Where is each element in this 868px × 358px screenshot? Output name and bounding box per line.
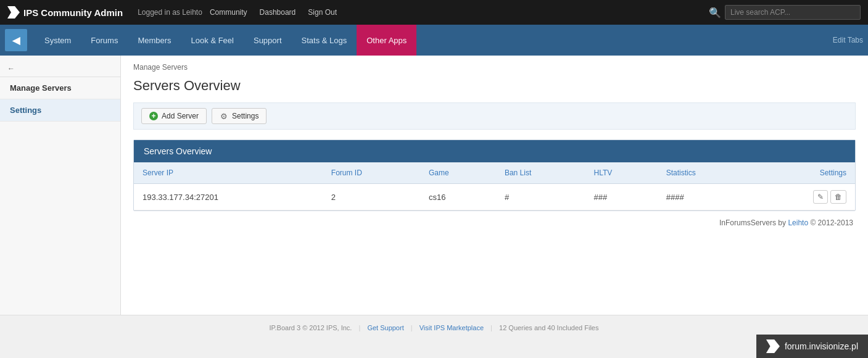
settings-button[interactable]: ⚙ Settings <box>212 108 267 124</box>
col-server-ip: Server IP <box>134 162 323 184</box>
sep3: | <box>490 324 492 331</box>
search-input[interactable] <box>725 5 861 20</box>
add-icon: + <box>149 112 158 120</box>
search-icon-button[interactable]: 🔍 <box>709 7 721 19</box>
queries-text: 12 Queries and 40 Included Files <box>499 324 598 331</box>
col-statistics: Statistics <box>658 162 753 184</box>
edit-tabs-link[interactable]: Edit Tabs <box>833 36 863 44</box>
footer-note: InForumsServers by Leihto © 2012-2013 <box>133 219 856 227</box>
main-layout: ← Manage Servers Settings Manage Servers… <box>0 56 868 315</box>
nav-support[interactable]: Support <box>244 25 292 56</box>
cell-server-ip: 193.33.177.34:27201 <box>134 184 323 210</box>
sidebar-item-manage-servers[interactable]: Manage Servers <box>0 77 120 99</box>
nav-other-apps[interactable]: Other Apps <box>357 25 416 56</box>
signout-link[interactable]: Sign Out <box>303 8 342 17</box>
col-hltv: HLTV <box>585 162 658 184</box>
mainnav-logo-icon: ◀ <box>12 35 20 46</box>
topbar: IPS Community Admin Logged in as Leihto … <box>0 0 868 25</box>
cell-statistics: #### <box>658 184 753 210</box>
back-arrow-icon: ← <box>7 64 15 73</box>
mainnav-items: System Forums Members Look & Feel Suppor… <box>35 25 416 56</box>
nav-stats-logs[interactable]: Stats & Logs <box>292 25 357 56</box>
topbar-search: 🔍 <box>709 5 861 20</box>
mainnav-logo: ◀ <box>5 29 27 51</box>
col-settings: Settings <box>753 162 855 184</box>
visit-marketplace-link[interactable]: Visit IPS Marketplace <box>420 324 484 331</box>
settings-label: Settings <box>232 112 258 120</box>
community-link[interactable]: Community <box>205 8 252 17</box>
sidebar: ← Manage Servers Settings <box>0 56 121 315</box>
nav-members[interactable]: Members <box>128 25 181 56</box>
logged-in-text: Logged in as Leihto <box>138 8 202 17</box>
main-nav: ◀ System Forums Members Look & Feel Supp… <box>0 25 868 56</box>
col-forum-id: Forum ID <box>323 162 420 184</box>
breadcrumb: Manage Servers <box>133 63 856 72</box>
servers-table: Server IP Forum ID Game Ban List HLTV St… <box>134 162 855 210</box>
cell-actions: ✎ 🗑 <box>753 184 855 210</box>
nav-forums[interactable]: Forums <box>81 25 128 56</box>
actions-cell: ✎ 🗑 <box>761 190 846 204</box>
add-server-button[interactable]: + Add Server <box>141 108 207 124</box>
footer-note-text: InForumsServers by <box>719 219 786 227</box>
gear-icon: ⚙ <box>220 112 228 120</box>
nav-system[interactable]: System <box>35 25 81 56</box>
edit-button[interactable]: ✎ <box>813 190 828 204</box>
page-title: Servers Overview <box>133 78 856 94</box>
col-game: Game <box>420 162 496 184</box>
wm-logo-icon <box>766 339 780 340</box>
topbar-logo: IPS Community Admin <box>7 6 123 19</box>
cell-ban-list: # <box>496 184 585 210</box>
topbar-logo-text: IPS Community Admin <box>23 7 123 18</box>
table-header: Servers Overview <box>134 140 855 162</box>
servers-table-container: Servers Overview Server IP Forum ID Game… <box>133 139 856 211</box>
bottom-footer: IP.Board 3 © 2012 IPS, Inc. | Get Suppor… <box>0 315 868 340</box>
toolbar: + Add Server ⚙ Settings <box>133 102 856 130</box>
sidebar-item-settings[interactable]: Settings <box>0 99 120 122</box>
sidebar-back[interactable]: ← <box>0 60 120 77</box>
table-row: 193.33.177.34:27201 2 cs16 # ### #### ✎ … <box>134 184 855 210</box>
delete-button[interactable]: 🗑 <box>830 190 846 204</box>
cell-forum-id: 2 <box>323 184 420 210</box>
sep2: | <box>411 324 413 331</box>
footer-link[interactable]: Leihto <box>788 219 808 227</box>
get-support-link[interactable]: Get Support <box>367 324 403 331</box>
watermark: forum.invisionize.pl <box>756 335 868 340</box>
cell-hltv: ### <box>585 184 658 210</box>
footer-copyright: © 2012-2013 <box>810 219 853 227</box>
table-header-row: Server IP Forum ID Game Ban List HLTV St… <box>134 162 855 184</box>
nav-look-feel[interactable]: Look & Feel <box>181 25 244 56</box>
col-ban-list: Ban List <box>496 162 585 184</box>
add-server-label: Add Server <box>162 112 199 120</box>
dashboard-link[interactable]: Dashboard <box>255 8 301 17</box>
topbar-nav: Logged in as Leihto Community Dashboard … <box>138 8 342 17</box>
cell-game: cs16 <box>420 184 496 210</box>
ips-logo-icon <box>7 6 20 19</box>
content-area: Manage Servers Servers Overview + Add Se… <box>121 56 868 315</box>
sep1: | <box>358 324 360 331</box>
footer-copyright: IP.Board 3 © 2012 IPS, Inc. <box>270 324 352 331</box>
